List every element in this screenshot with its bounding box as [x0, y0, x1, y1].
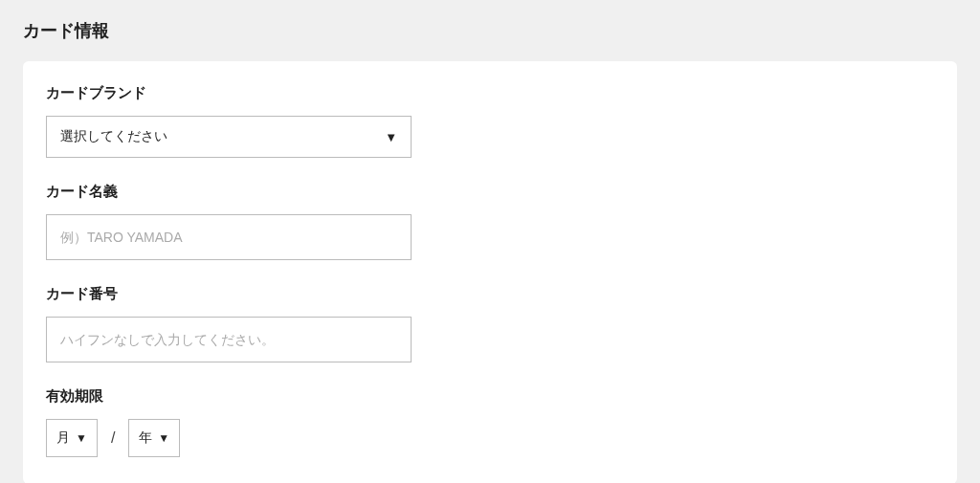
expiry-year-text: 年 [139, 429, 152, 447]
card-name-label: カード名義 [46, 183, 934, 201]
expiry-month-text: 月 [56, 429, 70, 447]
expiry-row: 月 ▼ / 年 ▼ [46, 419, 934, 457]
card-name-input[interactable] [46, 214, 412, 260]
chevron-down-icon: ▼ [158, 431, 169, 445]
expiry-group: 有効期限 月 ▼ / 年 ▼ [46, 387, 934, 457]
section-title: カード情報 [23, 19, 957, 42]
card-number-label: カード番号 [46, 285, 934, 303]
expiry-year-select[interactable]: 年 ▼ [128, 419, 180, 457]
card-name-group: カード名義 [46, 183, 934, 260]
expiry-label: 有効期限 [46, 387, 934, 406]
chevron-down-icon: ▼ [76, 431, 87, 445]
card-brand-group: カードブランド 選択してください ▼ [46, 84, 934, 158]
chevron-down-icon: ▼ [385, 130, 397, 144]
card-brand-selected-text: 選択してください [60, 128, 167, 145]
card-info-panel: カードブランド 選択してください ▼ カード名義 カード番号 有効期限 月 ▼ … [23, 61, 957, 483]
card-brand-select[interactable]: 選択してください ▼ [46, 116, 412, 158]
card-number-input[interactable] [46, 317, 412, 362]
expiry-month-select[interactable]: 月 ▼ [46, 419, 98, 457]
expiry-separator: / [111, 429, 115, 447]
card-brand-label: カードブランド [46, 84, 934, 102]
card-number-group: カード番号 [46, 285, 934, 362]
